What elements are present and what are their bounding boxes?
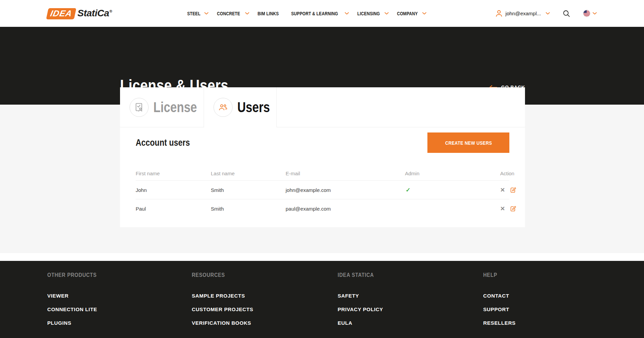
footer-column-help: HELP CONTACT SUPPORT RESELLERS bbox=[483, 272, 644, 338]
footer-column-idea-statica: IDEA STATICA SAFETY PRIVACY POLICY EULA bbox=[338, 272, 483, 338]
tab-license[interactable]: License bbox=[120, 87, 204, 127]
nav-item-support-learning[interactable]: SUPPORT & LEARNING bbox=[287, 11, 349, 16]
nav-item-bim-links[interactable]: BIM LINKS bbox=[256, 11, 281, 16]
footer-link-resellers[interactable]: RESELLERS bbox=[483, 320, 644, 326]
footer-column-title: IDEA STATICA bbox=[338, 272, 483, 279]
table-header-row: First name Last name E-mail Admin Action bbox=[136, 166, 509, 180]
footer-link-plugins[interactable]: PLUGINS bbox=[47, 320, 192, 326]
edit-pencil-icon bbox=[510, 187, 516, 193]
footer-link-contact[interactable]: CONTACT bbox=[483, 293, 644, 299]
search-icon bbox=[563, 10, 570, 17]
footer-link-safety[interactable]: SAFETY bbox=[338, 293, 483, 299]
edit-user-button[interactable] bbox=[510, 187, 516, 193]
user-email: john@exampl... bbox=[506, 11, 541, 16]
account-users-table: First name Last name E-mail Admin Action… bbox=[136, 166, 509, 218]
cell-action: ✕ bbox=[500, 187, 516, 193]
footer-column-resources: RESOURCES SAMPLE PROJECTS CUSTOMER PROJE… bbox=[192, 272, 338, 338]
footer-link-eula[interactable]: EULA bbox=[338, 320, 483, 326]
footer-link-support[interactable]: SUPPORT bbox=[483, 307, 644, 312]
nav-item-company[interactable]: COMPANY bbox=[395, 11, 426, 16]
footer-link-verification-books[interactable]: VERIFICATION BOOKS bbox=[192, 320, 338, 326]
search-button[interactable] bbox=[563, 10, 570, 17]
footer-column-title: HELP bbox=[483, 272, 644, 279]
users-tab-label: Users bbox=[237, 99, 277, 115]
user-icon bbox=[495, 10, 503, 17]
nav-item-licensing[interactable]: LICENSING bbox=[355, 11, 389, 16]
chevron-down-icon bbox=[593, 12, 597, 15]
footer-column-title: RESOURCES bbox=[192, 272, 338, 279]
users-group-icon bbox=[218, 104, 228, 111]
tab-users[interactable]: Users bbox=[204, 87, 277, 127]
top-navigation-bar: IDEA StatiCa® STEEL CONCRETE BIM LINKS S… bbox=[0, 0, 644, 27]
cell-action: ✕ bbox=[500, 206, 516, 212]
logo-statica-text: StatiCa® bbox=[78, 8, 112, 19]
main-menu: STEEL CONCRETE BIM LINKS SUPPORT & LEARN… bbox=[186, 11, 426, 16]
footer-link-privacy-policy[interactable]: PRIVACY POLICY bbox=[338, 307, 483, 312]
site-footer: OTHER PRODUCTS VIEWER CONNECTION LITE PL… bbox=[0, 261, 644, 338]
tab-bar-filler bbox=[277, 87, 525, 127]
col-header-admin: Admin bbox=[405, 171, 500, 176]
cell-email: paul@example.com bbox=[286, 206, 405, 212]
logo-idea-text: IDEA bbox=[49, 8, 73, 18]
footer-link-viewer[interactable]: VIEWER bbox=[47, 293, 192, 299]
cell-first-name: Paul bbox=[136, 206, 211, 212]
delete-user-icon[interactable]: ✕ bbox=[500, 206, 505, 212]
panel-header: Account users CREATE NEW USERS bbox=[136, 132, 509, 153]
chevron-down-icon bbox=[204, 12, 208, 15]
chevron-down-icon bbox=[245, 12, 249, 15]
license-certificate-icon bbox=[135, 103, 143, 112]
chevron-down-icon bbox=[422, 12, 426, 15]
admin-check-icon: ✓ bbox=[405, 186, 500, 194]
footer-column-title: OTHER PRODUCTS bbox=[47, 272, 192, 279]
us-flag-icon bbox=[583, 10, 590, 17]
white-strip bbox=[0, 253, 644, 261]
edit-pencil-icon bbox=[510, 206, 516, 212]
col-header-first-name: First name bbox=[136, 171, 211, 176]
nav-item-concrete[interactable]: CONCRETE bbox=[215, 11, 249, 16]
table-row: Paul Smith paul@example.com ✕ bbox=[136, 199, 509, 218]
license-users-card: License Users Account users CREATE NEW U… bbox=[120, 87, 525, 227]
logo-idea-box: IDEA bbox=[46, 8, 76, 19]
footer-link-sample-projects[interactable]: SAMPLE PROJECTS bbox=[192, 293, 338, 299]
col-header-email: E-mail bbox=[286, 171, 405, 176]
cell-email: john@example.com bbox=[286, 187, 405, 193]
account-menu[interactable]: john@exampl... bbox=[495, 10, 550, 17]
nav-item-steel[interactable]: STEEL bbox=[186, 11, 208, 16]
cell-first-name: John bbox=[136, 187, 211, 193]
language-selector[interactable] bbox=[583, 10, 597, 17]
col-header-last-name: Last name bbox=[211, 171, 286, 176]
tab-bar: License Users bbox=[120, 87, 525, 127]
idea-statica-logo[interactable]: IDEA StatiCa® bbox=[47, 8, 112, 19]
license-tab-circle bbox=[130, 98, 149, 117]
edit-user-button[interactable] bbox=[510, 206, 516, 212]
chevron-down-icon bbox=[345, 12, 349, 15]
col-header-action: Action bbox=[500, 171, 514, 176]
users-tab-circle bbox=[214, 98, 233, 117]
chevron-down-icon bbox=[385, 12, 389, 15]
create-new-users-button[interactable]: CREATE NEW USERS bbox=[427, 132, 509, 153]
nav-right-group: john@exampl... bbox=[495, 10, 597, 17]
registered-mark: ® bbox=[109, 9, 112, 13]
footer-column-other-products: OTHER PRODUCTS VIEWER CONNECTION LITE PL… bbox=[47, 272, 192, 338]
users-panel: Account users CREATE NEW USERS First nam… bbox=[120, 132, 525, 218]
cell-last-name: Smith bbox=[211, 206, 286, 212]
license-tab-label: License bbox=[153, 99, 206, 115]
footer-link-connection-lite[interactable]: CONNECTION LITE bbox=[47, 307, 192, 312]
delete-user-icon[interactable]: ✕ bbox=[500, 187, 505, 193]
chevron-down-icon bbox=[546, 12, 550, 15]
footer-link-customer-projects[interactable]: CUSTOMER PROJECTS bbox=[192, 307, 338, 312]
table-row: John Smith john@example.com ✓ ✕ bbox=[136, 180, 509, 199]
cell-last-name: Smith bbox=[211, 187, 286, 193]
section-heading: Account users bbox=[136, 138, 200, 148]
